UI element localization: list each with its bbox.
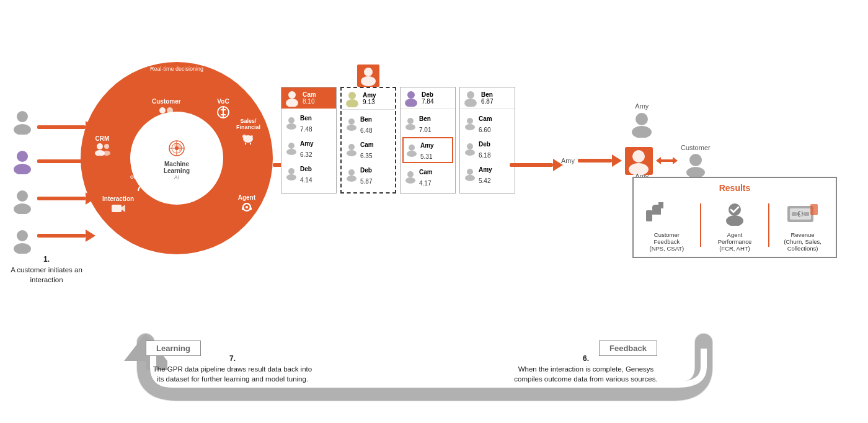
ben-score-1: 7.48 [300,126,312,133]
feedback-label-text: Feedback [609,344,647,353]
amy-avatar-3 [405,143,418,157]
ben-avatar-1 [285,116,298,130]
ml-icon [164,136,189,161]
svg-point-45 [286,174,296,180]
step6-num: 6. [583,354,589,363]
wheel-label-agent: Agent [238,194,255,217]
svg-point-69 [467,143,473,149]
svg-point-60 [405,124,415,130]
svg-point-27 [97,143,103,149]
col4-top-name: Ben [481,91,493,98]
wheel-label-sales: Sales/Financial [236,118,260,146]
svg-point-57 [407,91,415,99]
rank-col-1: Cam 8.10 Ben7.48 Amy6.32 Deb4.14 [281,87,337,194]
svg-point-1 [14,124,31,135]
performance-icons [722,201,747,226]
double-arrow [656,154,678,167]
rank-row-2-cam: Cam6.35 [343,138,393,161]
main-container: 1. A customer initiates an interaction R… [0,0,868,423]
customer-icon-2 [9,148,35,174]
col3-top-score: 7.84 [422,98,433,105]
arrow-line-4 [37,234,86,238]
amy-routing-top: Amy [574,102,711,138]
learning-box: Learning [146,341,201,356]
deb-avatar-1 [285,167,298,180]
ml-label: Machine [164,161,189,167]
ben-avatar-3 [404,117,417,130]
result-item-revenue: $ Revenue(Churn, Sales,Collections) [775,198,831,252]
performance-label: AgentPerformance(FCR, AHT) [718,231,751,252]
arrow-line-3 [37,197,86,200]
svg-rect-23 [249,207,252,210]
revenue-label: Revenue(Churn, Sales,Collections) [784,231,822,252]
svg-rect-90 [804,212,809,216]
deb-avatar-2 [345,168,358,182]
rank-row-1-ben: Ben7.48 [283,111,334,135]
rank-row-3-ben: Ben7.01 [402,112,453,135]
col1-top-score: 8.10 [303,98,316,105]
customer-routing: Customer [681,144,711,177]
svg-point-62 [407,151,417,157]
real-time-label: Real-time decisioning [150,66,203,72]
svg-point-2 [17,151,28,162]
feedback-icon-area [645,198,688,229]
feedback-box: Feedback [599,341,657,356]
svg-point-71 [467,169,473,175]
step1-num: 1. [43,255,50,264]
deb-name-1: Deb [300,166,312,172]
rank-row-1-deb: Deb4.14 [283,162,334,185]
arrow-amy-head [612,154,622,167]
svg-point-63 [407,171,414,177]
amy-label: Amy [561,157,575,164]
svg-marker-26 [122,205,125,212]
rank-col2-top: Amy 9.13 [342,88,395,110]
ai-label: AI [174,174,180,180]
svg-point-49 [348,92,356,99]
svg-point-72 [465,175,475,181]
svg-point-38 [288,91,296,99]
svg-point-68 [465,124,475,130]
step1-text: A customer initiates an interaction [11,266,82,283]
svg-point-51 [348,118,355,125]
rank-col3-top: Deb 7.84 [401,87,455,109]
svg-rect-92 [810,204,818,215]
rank-row-2-ben: Ben6.48 [343,112,393,136]
step7-text: The GPR data pipeline draws result data … [153,365,312,383]
rank-col-2: Amy 9.13 Ben6.48 Cam6.35 Deb5.87 [340,87,396,194]
svg-rect-25 [112,205,122,212]
svg-point-41 [286,123,296,130]
result-divider-1 [700,203,701,247]
amy-name-1: Amy [300,140,314,147]
svg-point-52 [347,125,356,131]
cam-avatar-4 [463,117,477,130]
svg-point-73 [636,113,648,125]
revenue-icons: $ [786,201,820,226]
wheel-inner: Machine Learning AI [130,112,223,205]
svg-point-65 [467,91,474,99]
col2-top-score: 9.13 [363,99,376,105]
ben-name-1: Ben [300,115,312,122]
wheel-label-crm: CRM [94,135,110,157]
rank-col-3: Deb 7.84 Ben7.01 Amy5.31 Cam4.17 [400,87,456,194]
rank-row-4-cam: Cam6.60 [462,112,513,135]
svg-point-43 [286,149,296,155]
amy-orange-avatar [625,147,653,175]
svg-point-80 [686,167,705,177]
ben-avatar-2 [345,117,358,131]
agent-icon [239,201,254,216]
feedback-icons [645,201,688,226]
arrow-rank-to-route [510,159,563,171]
ranking-section: Cam 8.10 Ben7.48 Amy6.32 Deb4.14 [281,87,515,194]
svg-point-47 [364,68,373,76]
wheel-container: Real-time decisioning Customer VoC [81,62,273,254]
svg-point-29 [104,144,109,149]
rank-row-3-amy-highlighted: Amy5.31 [402,137,453,163]
svg-point-3 [14,164,31,174]
svg-point-6 [17,230,28,241]
cam-avatar-top [283,89,301,107]
interaction-icon [111,202,126,215]
svg-point-85 [726,215,743,226]
step7-block: 7. The GPR data pipeline draws result da… [152,354,313,384]
svg-point-48 [361,76,376,86]
rank-row-1-amy: Amy6.32 [283,136,334,160]
